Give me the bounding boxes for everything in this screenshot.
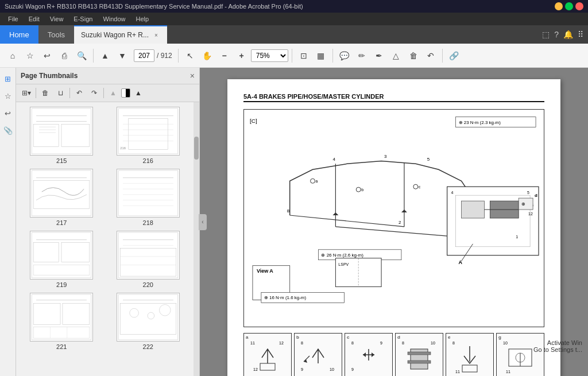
sb-darker-btn[interactable]: ▲ bbox=[131, 87, 145, 99]
thumbnail-label-216: 216 bbox=[143, 157, 153, 164]
sidebar-scrollbar[interactable] bbox=[194, 102, 199, 376]
svg-text:5: 5 bbox=[527, 191, 529, 195]
toolbar-zoom-out-btn[interactable]: − bbox=[216, 48, 233, 64]
svg-text:⊕ 23 N·m (2.3 kg-m): ⊕ 23 N·m (2.3 kg-m) bbox=[459, 120, 501, 125]
sb-extract-btn[interactable]: ⊔ bbox=[53, 87, 67, 99]
sidebar-collapse-btn[interactable]: ‹ bbox=[199, 214, 207, 230]
svg-rect-44 bbox=[118, 294, 178, 340]
tab-icon-notifications[interactable]: 🔔 bbox=[563, 30, 573, 39]
svg-text:216: 216 bbox=[120, 146, 126, 150]
sidebar-close-btn[interactable]: × bbox=[190, 71, 195, 80]
toolbar-delete-btn[interactable]: 🗑 bbox=[405, 48, 421, 64]
minimize-button[interactable] bbox=[555, 2, 563, 10]
thumbnail-219[interactable]: 219 bbox=[21, 231, 103, 288]
page-number-input[interactable] bbox=[134, 49, 154, 62]
svg-text:1: 1 bbox=[516, 235, 518, 239]
thumbnail-218[interactable]: 218 bbox=[107, 169, 189, 226]
toolbar-shape-btn[interactable]: △ bbox=[388, 48, 404, 64]
sb-redo-btn[interactable]: ↷ bbox=[87, 87, 101, 99]
thumbnail-label-217: 217 bbox=[56, 219, 67, 226]
mini-diag-b: b 8 9 10 bbox=[294, 333, 342, 376]
tab-icon-help[interactable]: ? bbox=[554, 30, 559, 39]
svg-rect-111 bbox=[408, 352, 431, 355]
main-layout: ⊞ ☆ ↩ 📎 Page Thumbnails × ⊞▾ 🗑 ⊔ ↶ ↷ ▲ bbox=[0, 68, 588, 376]
toolbar-prev-btn[interactable]: ▲ bbox=[97, 48, 113, 64]
sb-sep1 bbox=[36, 88, 36, 98]
toolbar-next-btn[interactable]: ▼ bbox=[114, 48, 130, 64]
menu-edit[interactable]: Edit bbox=[24, 14, 44, 24]
svg-text:View A: View A bbox=[257, 268, 273, 274]
svg-rect-8 bbox=[118, 108, 178, 154]
thumbnail-img-217 bbox=[30, 169, 93, 218]
sidebar-panel: Page Thumbnails × ⊞▾ 🗑 ⊔ ↶ ↷ ▲ ▲ bbox=[16, 68, 200, 376]
sb-delete-btn[interactable]: 🗑 bbox=[38, 87, 52, 99]
pdf-content-area[interactable]: 5A-4 BRAKES PIPE/HOSE/MASTER CYLINDER [C… bbox=[200, 68, 588, 376]
toolbar-search-btn[interactable]: 🔍 bbox=[74, 48, 90, 64]
left-icon-back[interactable]: ↩ bbox=[2, 107, 14, 119]
toolbar-back-btn[interactable]: ↩ bbox=[39, 48, 55, 64]
toolbar-comment-btn[interactable]: 💬 bbox=[336, 48, 353, 64]
toolbar-zoom-in-btn[interactable]: + bbox=[234, 48, 250, 64]
left-icon-bookmarks[interactable]: ☆ bbox=[2, 90, 14, 102]
toolbar-bookmark-btn[interactable]: ☆ bbox=[22, 48, 38, 64]
left-icon-attachments[interactable]: 📎 bbox=[2, 124, 14, 137]
thumbnail-216[interactable]: 216 216 bbox=[107, 107, 189, 164]
svg-text:2: 2 bbox=[399, 220, 401, 225]
thumbnail-img-216: 216 bbox=[117, 107, 180, 156]
sb-undo-btn[interactable]: ↶ bbox=[72, 87, 86, 99]
svg-marker-104 bbox=[372, 352, 374, 357]
tab-close-button[interactable]: × bbox=[152, 31, 160, 39]
toolbar-select-btn[interactable]: ▦ bbox=[313, 48, 329, 64]
menu-help[interactable]: Help bbox=[131, 14, 154, 24]
mini-diag-e: e 8 11 bbox=[446, 333, 494, 376]
tab-home[interactable]: Home bbox=[0, 25, 38, 44]
sidebar-scroll-thumb[interactable] bbox=[194, 137, 199, 160]
thumbnail-img-219 bbox=[30, 231, 93, 280]
toolbar-undo-btn[interactable]: ↶ bbox=[423, 48, 439, 64]
thumbnail-label-220: 220 bbox=[143, 281, 153, 288]
close-button[interactable] bbox=[575, 2, 583, 10]
toolbar-link-btn[interactable]: 🔗 bbox=[446, 48, 462, 64]
menu-file[interactable]: File bbox=[3, 14, 23, 24]
menu-esign[interactable]: E-Sign bbox=[69, 14, 97, 24]
zoom-select[interactable]: 50% 75% 100% 125% 150% bbox=[251, 49, 288, 62]
mini-diag-c-label: c bbox=[347, 335, 349, 340]
toolbar-cursor-btn[interactable]: ↖ bbox=[182, 48, 198, 64]
toolbar-fit-btn[interactable]: ⊡ bbox=[296, 48, 312, 64]
toolbar-highlight-btn[interactable]: ✏ bbox=[354, 48, 370, 64]
toolbar-draw-btn[interactable]: ✒ bbox=[371, 48, 387, 64]
sb-lighter-btn[interactable]: ▲ bbox=[106, 87, 120, 99]
pdf-main-diagram: [C] ⊕ 23 N·m (2.3 kg-m) bbox=[243, 109, 544, 327]
toolbar-sep5 bbox=[442, 49, 443, 63]
pdf-page: 5A-4 BRAKES PIPE/HOSE/MASTER CYLINDER [C… bbox=[227, 79, 560, 376]
thumbnail-221[interactable]: 221 bbox=[21, 293, 103, 350]
thumbnail-img-222 bbox=[117, 293, 180, 342]
menu-window[interactable]: Window bbox=[98, 14, 130, 24]
svg-rect-16 bbox=[32, 170, 91, 216]
svg-rect-114 bbox=[462, 365, 477, 372]
thumbnail-215[interactable]: 215 bbox=[21, 107, 103, 164]
svg-rect-93 bbox=[519, 198, 533, 210]
menubar: File Edit View E-Sign Window Help bbox=[0, 13, 588, 25]
svg-text:8: 8 bbox=[452, 341, 455, 345]
mini-diag-d-label: d bbox=[397, 335, 400, 340]
left-icon-pages[interactable]: ⊞ bbox=[2, 72, 14, 85]
toolbar-print-btn[interactable]: ⎙ bbox=[56, 48, 72, 64]
thumbnail-label-221: 221 bbox=[56, 343, 67, 350]
toolbar-home-btn[interactable]: ⌂ bbox=[5, 48, 21, 64]
titlebar-controls bbox=[555, 2, 583, 10]
toolbar-hand-btn[interactable]: ✋ bbox=[199, 48, 215, 64]
tab-icon-screenshot[interactable]: ⬚ bbox=[542, 30, 550, 39]
svg-text:⊕: ⊕ bbox=[521, 201, 525, 207]
thumbnail-222[interactable]: 222 bbox=[107, 293, 189, 350]
tab-icon-apps[interactable]: ⠿ bbox=[578, 30, 583, 39]
tab-tools[interactable]: Tools bbox=[38, 25, 74, 44]
svg-rect-112 bbox=[408, 361, 431, 363]
thumbnail-220[interactable]: 220 bbox=[107, 231, 189, 288]
thumbnail-217[interactable]: 217 bbox=[21, 169, 103, 226]
tab-document[interactable]: Suzuki Wagon R+ R... × bbox=[74, 25, 167, 44]
sb-grid-btn[interactable]: ⊞▾ bbox=[20, 87, 33, 99]
sb-sep3 bbox=[103, 88, 104, 98]
menu-view[interactable]: View bbox=[45, 14, 68, 24]
maximize-button[interactable] bbox=[565, 2, 573, 10]
